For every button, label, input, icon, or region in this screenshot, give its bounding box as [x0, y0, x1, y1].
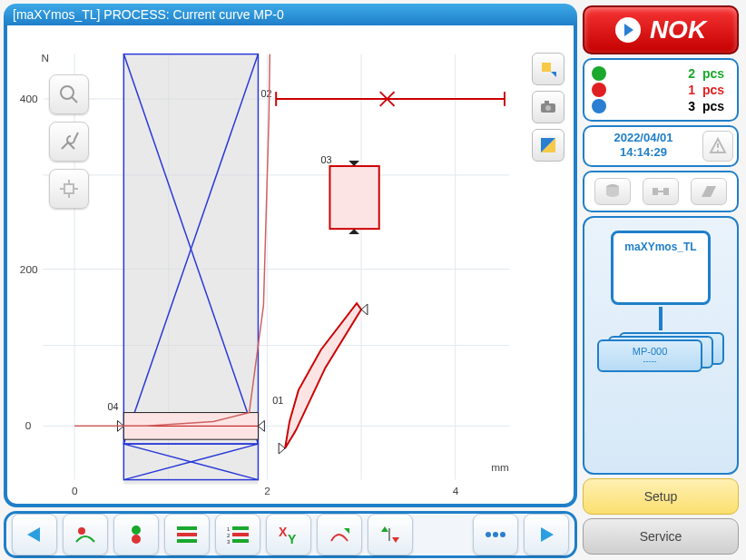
svg-text:200: 200	[20, 263, 38, 276]
svg-marker-57	[27, 527, 40, 542]
svg-point-76	[486, 532, 491, 537]
service-button[interactable]: Service	[583, 518, 739, 555]
count-nok-row: 1 pcs	[592, 82, 730, 98]
xy-button[interactable]: XY	[266, 514, 311, 555]
svg-text:2: 2	[264, 485, 270, 497]
svg-text:N: N	[42, 52, 50, 64]
svg-marker-41	[279, 443, 285, 454]
zoom-button[interactable]	[49, 74, 89, 114]
export-icon[interactable]	[532, 53, 564, 85]
status-dots-button[interactable]	[113, 514, 159, 555]
svg-rect-50	[542, 63, 551, 72]
plot-area: N mm 0 200 400 0 2 4	[4, 25, 577, 507]
hardware-panel	[583, 171, 739, 212]
svg-marker-74	[392, 537, 399, 543]
mp-sub: -----	[643, 357, 657, 366]
svg-text:Y: Y	[288, 532, 297, 545]
datetime-panel: 2022/04/01 14:14:29	[583, 125, 739, 167]
svg-text:400: 400	[20, 93, 38, 105]
svg-text:mm: mm	[491, 461, 509, 474]
svg-rect-61	[177, 526, 197, 530]
total-unit: pcs	[702, 99, 730, 113]
curve-view-button[interactable]	[63, 514, 108, 555]
svg-text:1: 1	[227, 526, 231, 532]
svg-point-77	[493, 532, 498, 537]
nav-prev-button[interactable]	[12, 514, 57, 555]
setup-button[interactable]: Setup	[583, 478, 739, 515]
date-label: 2022/04/01	[588, 131, 699, 145]
status-label: NOK	[650, 15, 706, 44]
svg-point-53	[545, 105, 551, 111]
connector-icon[interactable]	[643, 178, 679, 205]
svg-rect-75	[388, 528, 390, 541]
svg-text:03: 03	[321, 154, 332, 165]
svg-text:4: 4	[453, 485, 459, 497]
numbered-list-button[interactable]: 123	[215, 514, 260, 555]
counts-panel: 2 pcs 1 pcs 3 pcs	[583, 58, 739, 122]
svg-marker-40	[361, 304, 368, 315]
svg-rect-65	[232, 526, 249, 530]
setup-label: Setup	[644, 489, 678, 504]
svg-point-60	[132, 535, 141, 544]
svg-text:01: 01	[272, 395, 283, 406]
time-label: 14:14:29	[588, 145, 699, 160]
svg-text:0: 0	[25, 419, 32, 432]
nok-value: 1	[613, 83, 695, 97]
list-view-button[interactable]	[164, 514, 210, 555]
svg-text:2: 2	[227, 533, 231, 538]
count-ok-row: 2 pcs	[592, 65, 730, 82]
device-panel: maXYmos_TL MP-000 -----	[583, 216, 739, 475]
svg-marker-79	[541, 527, 554, 542]
svg-marker-72	[344, 528, 349, 534]
database-icon[interactable]	[594, 178, 631, 205]
ok-icon	[592, 66, 606, 81]
ok-value: 2	[613, 66, 695, 81]
more-button[interactable]	[473, 514, 518, 555]
device-name: maXYmos_TL	[624, 241, 696, 253]
svg-point-58	[78, 527, 85, 535]
refresh-button[interactable]	[368, 514, 413, 555]
chart-svg: N mm 0 200 400 0 2 4	[7, 25, 574, 504]
tools-button[interactable]	[49, 122, 89, 162]
svg-rect-67	[232, 533, 249, 536]
ok-unit: pcs	[702, 66, 730, 81]
nok-unit: pcs	[702, 83, 730, 97]
svg-rect-62	[177, 533, 197, 536]
device-monitor: maXYmos_TL	[611, 231, 711, 305]
svg-line-44	[72, 97, 77, 103]
redo-curve-button[interactable]	[317, 514, 362, 555]
sigma-icon	[592, 99, 606, 113]
nok-icon	[592, 83, 606, 97]
svg-point-82	[717, 150, 719, 152]
svg-rect-63	[177, 539, 197, 543]
svg-text:3: 3	[227, 539, 231, 545]
gradient-icon[interactable]	[532, 129, 564, 162]
mp-label: MP-000	[633, 346, 668, 357]
center-button[interactable]	[49, 169, 89, 209]
status-indicator[interactable]: NOK	[583, 5, 739, 54]
nav-next-button[interactable]	[524, 514, 569, 555]
chip-icon[interactable]	[691, 178, 727, 205]
svg-point-78	[500, 532, 506, 537]
svg-point-43	[61, 86, 74, 99]
svg-point-59	[132, 526, 141, 535]
svg-text:02: 02	[260, 88, 271, 99]
svg-rect-69	[232, 539, 249, 543]
play-icon	[615, 17, 641, 43]
svg-rect-45	[64, 184, 74, 193]
svg-marker-73	[381, 526, 388, 532]
svg-rect-36	[329, 166, 378, 229]
total-value: 3	[613, 99, 695, 113]
window-title: [maXYmos_TL] PROCESS: Current curve MP-0	[4, 4, 577, 25]
warning-icon[interactable]	[702, 131, 733, 162]
svg-rect-54	[545, 101, 549, 104]
svg-marker-28	[258, 420, 264, 431]
svg-marker-51	[551, 72, 556, 77]
bottom-toolbar: 123 XY	[4, 511, 577, 558]
count-total-row: 3 pcs	[592, 98, 730, 114]
service-label: Service	[640, 529, 682, 544]
svg-text:X: X	[279, 525, 288, 539]
monitor-stand	[659, 307, 663, 330]
mp-stack[interactable]: MP-000 -----	[597, 332, 724, 374]
camera-icon[interactable]	[532, 91, 564, 123]
